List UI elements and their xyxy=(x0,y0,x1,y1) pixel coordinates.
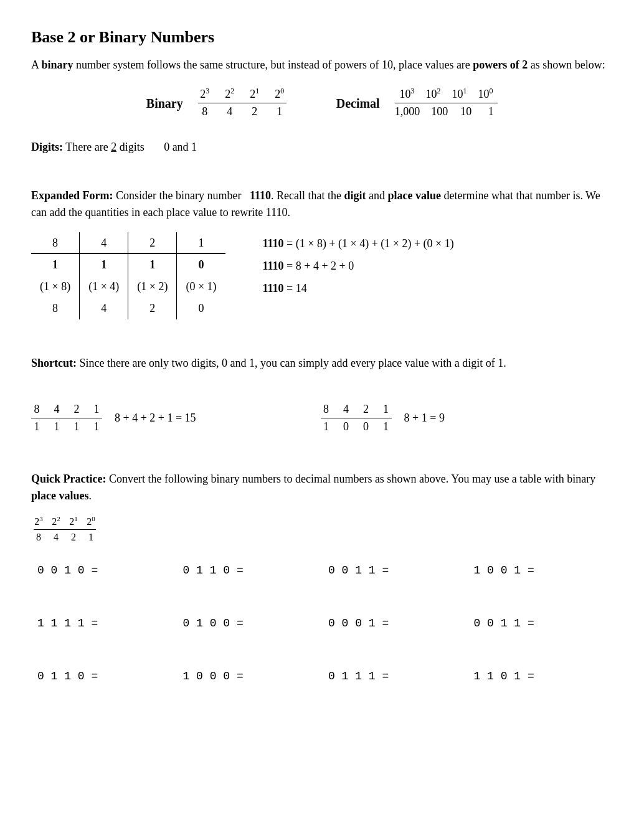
qp-place-values: place values xyxy=(31,489,89,502)
quick-practice-section: Quick Practice: Convert the following bi… xyxy=(31,471,613,696)
practice-item-9: 0 1 1 0 = xyxy=(31,643,177,696)
decimal-label: Decimal xyxy=(336,94,380,113)
practice-item-4: 1 0 0 1 = xyxy=(468,551,613,590)
practice-item-11: 0 1 1 1 = xyxy=(322,643,468,696)
b-bot-2: 2 xyxy=(248,103,262,120)
shortcut-example1: 8 4 2 1 1 1 1 1 8 + 4 + 2 + 1 = 15 xyxy=(31,401,196,435)
practice-item-10: 1 0 0 0 = xyxy=(177,643,323,696)
grid-v1: 4 xyxy=(80,298,128,319)
e1t0: 8 xyxy=(31,401,42,418)
shortcut-text: Shortcut: Since there are only two digit… xyxy=(31,355,613,372)
e1b3: 1 xyxy=(91,418,102,435)
grid-h3: 1 xyxy=(177,232,225,253)
practice-item-7: 0 0 0 1 = xyxy=(322,590,468,643)
grid-d1: 1 xyxy=(80,253,128,276)
grid-m2: (1 × 2) xyxy=(128,276,177,298)
binary-block: Binary 23 22 21 20 8 4 2 1 xyxy=(146,86,286,120)
e2b1: 0 xyxy=(341,418,352,435)
e1t1: 4 xyxy=(51,401,62,418)
d-bot-2: 10 xyxy=(459,103,473,120)
practice-item-2: 0 1 1 0 = xyxy=(177,551,323,590)
shortcut-example2: 8 4 2 1 1 0 0 1 8 + 1 = 9 xyxy=(321,401,445,435)
expanded-place-word: place value xyxy=(387,189,441,202)
e1b0: 1 xyxy=(31,418,42,435)
e2t2: 2 xyxy=(361,401,372,418)
grid-d3: 0 xyxy=(177,253,225,276)
expanded-grid-container: 8 4 2 1 1 1 1 0 (1 × 8) (1 × 4) (1 × 2) xyxy=(31,232,613,319)
grid-m3: (0 × 1) xyxy=(177,276,225,298)
qib0: 8 xyxy=(34,530,44,545)
bold-binary: binary xyxy=(42,59,73,71)
b-top-2: 21 xyxy=(248,86,262,103)
d-bot-3: 1 xyxy=(484,103,498,120)
grid-d0: 1 xyxy=(31,253,80,276)
place-value-section: Binary 23 22 21 20 8 4 2 1 Decimal 103 1… xyxy=(31,86,613,120)
qib1: 4 xyxy=(51,530,61,545)
grid-m0: (1 × 8) xyxy=(31,276,80,298)
decimal-block: Decimal 103 102 101 100 1,000 100 10 1 xyxy=(336,86,498,120)
grid-v0: 8 xyxy=(31,298,80,319)
d-top-3: 100 xyxy=(478,86,493,103)
b-top-3: 20 xyxy=(273,86,286,103)
practice-item-5: 1 1 1 1 = xyxy=(31,590,177,643)
e2t3: 1 xyxy=(381,401,392,418)
e2b3: 1 xyxy=(381,418,392,435)
shortcut-section: Shortcut: Since there are only two digit… xyxy=(31,355,613,435)
practice-grid: 0 0 1 0 = 0 1 1 0 = 0 0 1 1 = 1 0 0 1 = … xyxy=(31,551,613,696)
binary-label: Binary xyxy=(146,94,183,113)
ex1-table: 8 4 2 1 1 1 1 1 xyxy=(31,401,102,435)
expanded-label: Expanded Form: xyxy=(31,189,113,202)
intro-paragraph: A binary number system follows the same … xyxy=(31,57,613,73)
qp-inline-table: 23 22 21 20 8 4 2 1 xyxy=(34,514,96,545)
ex1-equation: 8 + 4 + 2 + 1 = 15 xyxy=(115,410,196,427)
page-title: Base 2 or Binary Numbers xyxy=(31,25,613,49)
expanded-number: 1110 xyxy=(250,189,271,202)
d-top-0: 103 xyxy=(399,86,414,103)
bold-powers: powers of 2 xyxy=(473,59,528,71)
e1b1: 1 xyxy=(51,418,62,435)
e1t2: 2 xyxy=(71,401,82,418)
e2t0: 8 xyxy=(321,401,332,418)
e1t3: 1 xyxy=(91,401,102,418)
b-bot-3: 1 xyxy=(273,103,286,120)
ex2-table: 8 4 2 1 1 0 0 1 xyxy=(321,401,392,435)
expanded-section: Expanded Form: Consider the binary numbe… xyxy=(31,187,613,319)
practice-item-3: 0 0 1 1 = xyxy=(322,551,468,590)
expanded-math: 1110 = (1 × 8) + (1 × 4) + (1 × 2) + (0 … xyxy=(263,232,454,299)
e1b2: 1 xyxy=(71,418,82,435)
d-top-1: 102 xyxy=(425,86,440,103)
grid-v2: 2 xyxy=(128,298,177,319)
grid-m1: (1 × 4) xyxy=(80,276,128,298)
decimal-table: 103 102 101 100 1,000 100 10 1 xyxy=(395,86,498,120)
b-top-0: 23 xyxy=(198,86,212,103)
shortcut-examples: 8 4 2 1 1 1 1 1 8 + 4 + 2 + 1 = 15 8 4 xyxy=(31,401,613,435)
e2b2: 0 xyxy=(361,418,372,435)
d-bot-1: 100 xyxy=(431,103,448,120)
e2b0: 1 xyxy=(321,418,332,435)
practice-item-8: 0 0 1 1 = xyxy=(468,590,613,643)
practice-item-1: 0 0 1 0 = xyxy=(31,551,177,590)
math-line2: 1110 = 8 + 4 + 2 + 0 xyxy=(263,255,454,277)
b-bot-1: 4 xyxy=(223,103,237,120)
qit3: 20 xyxy=(86,514,96,529)
binary-table: 23 22 21 20 8 4 2 1 xyxy=(198,86,286,120)
grid-h1: 4 xyxy=(80,232,128,253)
expanded-grid-table: 8 4 2 1 1 1 1 0 (1 × 8) (1 × 4) (1 × 2) xyxy=(31,232,225,319)
d-top-2: 101 xyxy=(452,86,466,103)
shortcut-label: Shortcut: xyxy=(31,357,77,369)
qit2: 21 xyxy=(69,514,78,529)
b-top-1: 22 xyxy=(223,86,237,103)
grid-d2: 1 xyxy=(128,253,177,276)
qp-text: Quick Practice: Convert the following bi… xyxy=(31,471,613,504)
qib3: 1 xyxy=(86,530,96,545)
grid-h2: 2 xyxy=(128,232,177,253)
math-line1: 1110 = (1 × 8) + (1 × 4) + (1 × 2) + (0 … xyxy=(263,232,454,255)
qib2: 2 xyxy=(69,530,78,545)
b-bot-0: 8 xyxy=(198,103,212,120)
grid-h0: 8 xyxy=(31,232,80,253)
expanded-text: Expanded Form: Consider the binary numbe… xyxy=(31,187,613,221)
ex2-equation: 8 + 1 = 9 xyxy=(404,410,445,427)
qit1: 22 xyxy=(51,514,61,529)
digits-num: 2 xyxy=(111,141,116,153)
math-line3: 1110 = 14 xyxy=(263,277,454,299)
